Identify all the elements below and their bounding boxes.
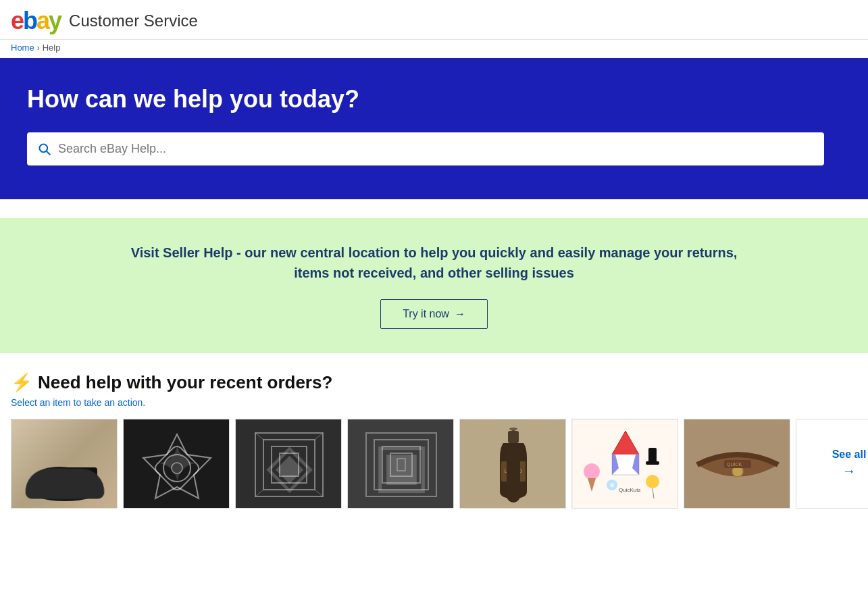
svg-point-24 bbox=[584, 463, 600, 480]
svg-rect-9 bbox=[272, 446, 307, 483]
order-item[interactable]: LIQUID bbox=[459, 419, 566, 509]
order-item[interactable] bbox=[11, 419, 118, 509]
order-item[interactable]: QuicKutz ❄ bbox=[571, 419, 678, 509]
svg-rect-13 bbox=[382, 446, 420, 483]
search-input[interactable] bbox=[58, 134, 813, 164]
svg-point-19 bbox=[509, 428, 517, 430]
product-image-collar: QUICK bbox=[684, 419, 790, 509]
svg-text:❄: ❄ bbox=[609, 482, 615, 489]
svg-point-6 bbox=[172, 463, 182, 473]
svg-rect-12 bbox=[374, 440, 428, 490]
product-image-ornament bbox=[124, 419, 230, 509]
hero-title: How can we help you today? bbox=[27, 85, 841, 113]
recent-orders-section: ⚡ Need help with your recent orders? Sel… bbox=[0, 372, 868, 522]
ebay-logo: ebay bbox=[11, 7, 61, 35]
svg-marker-25 bbox=[588, 478, 596, 492]
see-all-label: See all bbox=[832, 448, 867, 461]
see-all-box[interactable]: See all → bbox=[796, 419, 868, 509]
search-bar[interactable] bbox=[27, 132, 824, 165]
svg-text:QuicKutz: QuicKutz bbox=[619, 487, 640, 493]
try-it-label: Try it now bbox=[403, 308, 449, 319]
hero-banner: How can we help you today? bbox=[0, 58, 868, 199]
breadcrumb-separator: › bbox=[37, 43, 40, 53]
svg-line-1 bbox=[47, 151, 50, 154]
see-all-arrow: → bbox=[842, 463, 856, 479]
order-item[interactable] bbox=[235, 419, 342, 509]
svg-point-2 bbox=[28, 477, 102, 501]
product-image-shoes bbox=[11, 419, 118, 509]
recent-orders-heading: Need help with your recent orders? bbox=[38, 372, 332, 393]
recent-orders-subtitle: Select an item to take an action. bbox=[11, 397, 857, 408]
svg-rect-15 bbox=[397, 459, 405, 471]
svg-rect-14 bbox=[390, 453, 412, 476]
svg-rect-8 bbox=[263, 440, 315, 490]
try-it-arrow: → bbox=[455, 308, 465, 319]
svg-text:QUICK: QUICK bbox=[727, 462, 742, 467]
product-image-diecut2 bbox=[348, 419, 454, 509]
page-header: ebay Customer Service bbox=[0, 0, 868, 40]
svg-marker-20 bbox=[612, 431, 639, 455]
svg-rect-27 bbox=[648, 448, 657, 463]
svg-rect-3 bbox=[65, 467, 97, 478]
svg-point-5 bbox=[163, 455, 190, 482]
svg-point-31 bbox=[646, 475, 659, 488]
svg-rect-7 bbox=[255, 433, 323, 496]
seller-help-text: Visit Seller Help - our new central loca… bbox=[130, 242, 738, 283]
seller-help-banner: Visit Seller Help - our new central loca… bbox=[0, 218, 868, 353]
svg-point-0 bbox=[40, 144, 48, 152]
product-image-diecut1 bbox=[236, 419, 342, 509]
breadcrumb-home[interactable]: Home bbox=[11, 43, 34, 53]
breadcrumb-current: Help bbox=[43, 43, 61, 53]
product-image-liquid: LIQUID bbox=[460, 419, 566, 509]
orders-grid: LIQUID bbox=[11, 419, 857, 509]
svg-rect-16 bbox=[508, 431, 519, 443]
order-item[interactable] bbox=[347, 419, 454, 509]
page-title: Customer Service bbox=[69, 11, 198, 30]
breadcrumb: Home › Help bbox=[0, 40, 868, 58]
search-icon bbox=[38, 143, 51, 156]
order-item[interactable]: QUICK bbox=[684, 419, 790, 509]
svg-rect-10 bbox=[280, 453, 299, 476]
svg-text:LIQUID: LIQUID bbox=[505, 468, 523, 474]
svg-rect-4 bbox=[153, 444, 201, 492]
svg-rect-11 bbox=[366, 433, 436, 496]
try-it-button[interactable]: Try it now→ bbox=[380, 299, 488, 329]
order-item[interactable] bbox=[123, 419, 230, 509]
bolt-icon: ⚡ bbox=[11, 372, 32, 393]
recent-orders-title: ⚡ Need help with your recent orders? bbox=[11, 372, 857, 393]
product-image-carnival: QuicKutz ❄ bbox=[572, 419, 678, 509]
svg-line-32 bbox=[653, 488, 654, 498]
